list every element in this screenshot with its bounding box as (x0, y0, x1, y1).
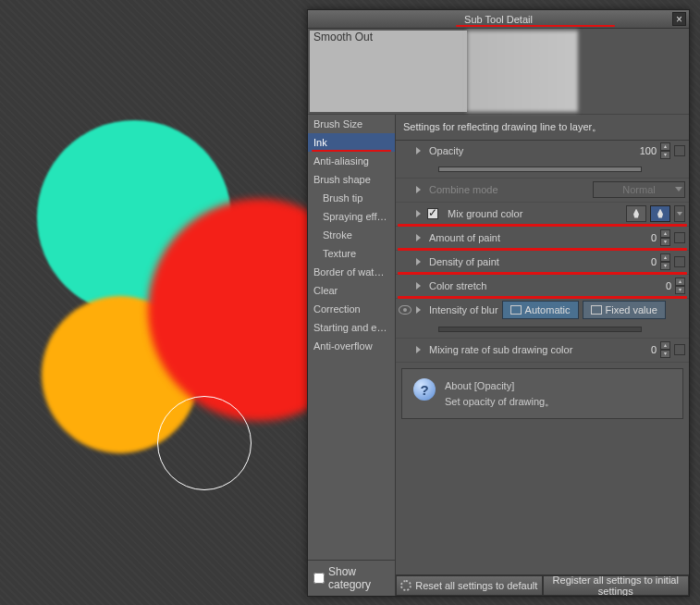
category-label: Brush shape (313, 174, 371, 185)
amount-value: 0 (634, 232, 657, 243)
category-correction[interactable]: Correction (308, 300, 395, 318)
row-combine-mode: Combine mode Normal (396, 179, 689, 203)
category-label: Border of water... (313, 266, 391, 278)
expand-icon[interactable] (416, 282, 424, 290)
blend-mode-dropdown[interactable] (674, 205, 685, 222)
mixing-value: 0 (634, 344, 657, 355)
show-category-checkbox[interactable] (313, 573, 325, 584)
row-color-stretch: Color stretch 0 ▴▾ (396, 275, 689, 299)
expand-icon[interactable] (416, 258, 424, 265)
annotation-underline (456, 25, 615, 27)
density-label: Density of paint (427, 256, 499, 267)
category-label: Spraying effect (323, 211, 390, 222)
amount-label: Amount of paint (427, 232, 500, 243)
category-texture[interactable]: Texture (308, 244, 395, 263)
reset-button[interactable]: Reset all settings to default (396, 575, 543, 596)
row-mixing-rate: Mixing rate of sub drawing color 0 ▴▾ (396, 339, 689, 363)
category-label: Anti-aliasing (313, 155, 369, 167)
about-box: ? About [Opacity] Set opacity of drawing… (401, 368, 683, 419)
mix-ground-label: Mix ground color (446, 208, 522, 219)
mixing-spinner[interactable]: ▴▾ (660, 341, 670, 358)
stretch-spinner[interactable]: ▴▾ (675, 278, 685, 294)
opacity-slider[interactable] (438, 167, 642, 172)
intensity-slider[interactable] (438, 327, 642, 332)
category-label: Anti-overflow (313, 340, 373, 352)
dynamics-toggle[interactable] (674, 145, 685, 156)
reset-icon (400, 580, 411, 591)
category-label: Stroke (323, 229, 352, 241)
eye-icon[interactable] (399, 305, 411, 315)
category-clear[interactable]: Clear (308, 281, 395, 300)
expand-icon[interactable] (416, 306, 424, 314)
dynamics-toggle[interactable] (674, 256, 685, 267)
category-brush-shape[interactable]: Brush shape (308, 170, 395, 189)
mixing-label: Mixing rate of sub drawing color (427, 344, 572, 355)
sub-tool-detail-panel: Sub Tool Detail × Smooth Out Brush SizeI… (307, 9, 690, 597)
category-label: Starting and en... (313, 322, 391, 333)
about-body: Set opacity of drawing。 (445, 394, 555, 410)
density-value: 0 (634, 256, 657, 267)
category-border-of-water[interactable]: Border of water... (308, 263, 395, 281)
preview-label: Smooth Out (313, 31, 373, 43)
mix-ground-checkbox[interactable] (427, 208, 438, 219)
expand-icon[interactable] (416, 210, 424, 217)
brush-cursor-outline (157, 396, 252, 490)
amount-spinner[interactable]: ▴▾ (660, 229, 670, 246)
brush-preview: Smooth Out (308, 29, 689, 114)
category-anti-overflow[interactable]: Anti-overflow (308, 337, 395, 355)
intensity-automatic-button[interactable]: Automatic (502, 301, 579, 319)
panel-title: Sub Tool Detail (464, 14, 533, 25)
settings-area: Settings for reflecting drawing line to … (396, 115, 689, 596)
category-label: Brush Size (313, 118, 362, 130)
row-density-of-paint: Density of paint 0 ▴▾ (396, 251, 689, 275)
category-label: Brush tip (323, 192, 362, 204)
density-spinner[interactable]: ▴▾ (660, 253, 670, 270)
show-category-toggle[interactable]: Show category (308, 560, 395, 596)
category-starting-and-en[interactable]: Starting and en... (308, 318, 395, 337)
opacity-label: Opacity (427, 145, 463, 156)
opacity-spinner[interactable]: ▴▾ (660, 142, 670, 159)
category-sidebar: Brush SizeInkAnti-aliasingBrush shapeBru… (308, 115, 396, 596)
blend-mode-icon-a[interactable] (626, 205, 646, 222)
opacity-value: 100 (634, 145, 657, 156)
dynamics-toggle[interactable] (674, 344, 685, 355)
chevron-down-icon (675, 187, 682, 191)
register-button[interactable]: Register all settings to initial setting… (543, 575, 690, 596)
intensity-fixed-button[interactable]: Fixed value (583, 301, 666, 319)
blend-mode-icon-b[interactable] (650, 205, 670, 222)
automatic-icon (510, 305, 522, 315)
expand-icon[interactable] (416, 147, 424, 154)
preview-swatch (467, 31, 578, 112)
stretch-value: 0 (649, 280, 671, 291)
combine-mode-dropdown[interactable]: Normal (593, 181, 685, 198)
row-intensity-of-blur: Intensity of blur Automatic Fixed value (396, 299, 689, 339)
expand-icon[interactable] (416, 234, 424, 241)
show-category-label: Show category (328, 565, 389, 591)
help-icon: ? (413, 378, 436, 401)
panel-titlebar[interactable]: Sub Tool Detail × (308, 10, 689, 29)
expand-icon[interactable] (416, 186, 424, 193)
settings-description: Settings for reflecting drawing line to … (396, 115, 689, 141)
category-label: Clear (313, 285, 338, 296)
canvas-preview (0, 0, 314, 605)
category-stroke[interactable]: Stroke (308, 226, 395, 244)
category-anti-aliasing[interactable]: Anti-aliasing (308, 152, 395, 170)
category-label: Ink (313, 137, 327, 148)
stretch-label: Color stretch (427, 280, 486, 291)
dynamics-toggle[interactable] (674, 232, 685, 243)
footer-buttons: Reset all settings to default Register a… (396, 574, 689, 596)
intensity-label: Intensity of blur (427, 304, 498, 315)
category-ink[interactable]: Ink (308, 133, 395, 152)
category-spraying-effect[interactable]: Spraying effect (308, 207, 395, 226)
color-blob (37, 120, 231, 315)
category-label: Texture (323, 248, 356, 259)
row-mix-ground-color: Mix ground color (396, 203, 689, 227)
category-label: Correction (313, 303, 361, 315)
expand-icon[interactable] (416, 346, 424, 353)
category-brush-tip[interactable]: Brush tip (308, 189, 395, 207)
category-brush-size[interactable]: Brush Size (308, 115, 395, 133)
row-opacity: Opacity 100 ▴▾ (396, 141, 689, 179)
color-blob (42, 296, 199, 453)
close-icon[interactable]: × (672, 12, 686, 26)
row-amount-of-paint: Amount of paint 0 ▴▾ (396, 227, 689, 251)
